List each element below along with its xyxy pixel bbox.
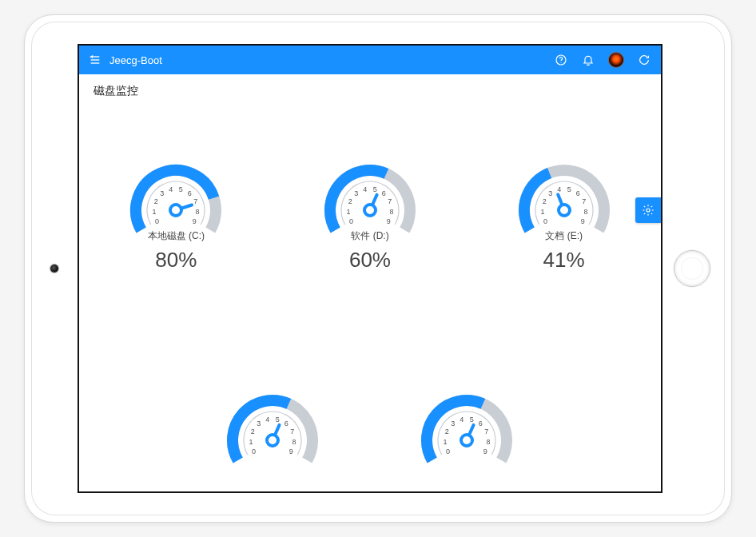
svg-text:8: 8 [196, 208, 200, 216]
svg-text:4: 4 [265, 416, 269, 424]
avatar[interactable] [608, 52, 624, 68]
svg-point-40 [559, 205, 570, 216]
gauge-grid: 0123456789 本地磁盘 (C:) 80% 0123456789 软件 (… [79, 106, 661, 491]
page-title: 磁盘监控 [79, 74, 661, 107]
svg-text:0: 0 [252, 448, 256, 455]
svg-text:8: 8 [292, 438, 296, 446]
svg-text:0: 0 [446, 448, 450, 455]
svg-text:5: 5 [276, 416, 280, 424]
svg-text:4: 4 [557, 185, 561, 193]
svg-text:9: 9 [387, 217, 391, 225]
svg-text:7: 7 [388, 197, 392, 205]
svg-text:3: 3 [257, 420, 261, 428]
tablet-inner: Jeecg-Boot [31, 22, 725, 515]
gauge: 0123456789 [508, 154, 620, 217]
svg-text:6: 6 [188, 189, 192, 197]
help-icon[interactable] [554, 53, 568, 67]
svg-text:2: 2 [542, 197, 546, 205]
svg-point-16 [170, 205, 181, 216]
gauge: 0123456789 [217, 384, 328, 447]
settings-fab[interactable] [635, 197, 661, 223]
svg-text:9: 9 [581, 217, 585, 225]
svg-text:8: 8 [389, 208, 393, 216]
svg-text:1: 1 [443, 438, 447, 446]
refresh-icon[interactable] [637, 53, 651, 67]
app-screen: Jeecg-Boot [78, 44, 662, 493]
svg-text:8: 8 [486, 438, 490, 446]
svg-text:0: 0 [155, 217, 159, 225]
gauge-cell: 0123456789 本地磁盘 (C:) 80% [79, 154, 273, 272]
svg-text:4: 4 [363, 185, 367, 193]
svg-text:0: 0 [349, 217, 353, 225]
svg-text:7: 7 [194, 197, 198, 205]
svg-text:5: 5 [567, 185, 571, 193]
gauge-cell: 0123456789 文档 (E:) 41% [467, 154, 661, 272]
svg-text:1: 1 [153, 208, 157, 216]
svg-text:6: 6 [479, 420, 483, 428]
gear-icon [642, 204, 655, 217]
svg-text:9: 9 [193, 217, 197, 225]
gauge: 0123456789 [120, 154, 232, 217]
svg-text:3: 3 [160, 189, 164, 197]
svg-text:7: 7 [582, 197, 586, 205]
svg-text:2: 2 [348, 197, 352, 205]
gauge: 0123456789 [314, 154, 426, 217]
svg-point-28 [364, 205, 376, 216]
svg-text:3: 3 [354, 189, 358, 197]
svg-text:4: 4 [169, 185, 173, 193]
svg-text:2: 2 [251, 428, 255, 436]
gauge-cell: 0123456789 [370, 384, 564, 464]
svg-point-52 [267, 435, 278, 446]
menu-toggle-icon[interactable] [89, 54, 101, 66]
svg-text:2: 2 [445, 428, 449, 436]
svg-text:1: 1 [249, 438, 253, 446]
svg-text:5: 5 [470, 416, 474, 424]
svg-text:6: 6 [575, 189, 579, 197]
app-header: Jeecg-Boot [79, 46, 661, 74]
tablet-camera [50, 265, 58, 272]
svg-text:8: 8 [583, 208, 587, 216]
svg-text:5: 5 [373, 185, 377, 193]
tablet-home-button[interactable] [674, 250, 710, 287]
content-area: 0123456789 本地磁盘 (C:) 80% 0123456789 软件 (… [79, 106, 661, 491]
tablet-frame: Jeecg-Boot [24, 14, 732, 523]
svg-text:6: 6 [382, 189, 386, 197]
svg-text:7: 7 [290, 428, 294, 436]
gauge: 0123456789 [411, 384, 523, 447]
svg-text:6: 6 [284, 420, 288, 428]
bell-icon[interactable] [581, 53, 595, 67]
svg-text:4: 4 [460, 416, 464, 424]
svg-text:3: 3 [451, 420, 455, 428]
svg-text:1: 1 [347, 208, 351, 216]
svg-point-64 [461, 435, 472, 446]
svg-text:2: 2 [154, 197, 158, 205]
svg-text:1: 1 [540, 208, 544, 216]
svg-text:3: 3 [548, 189, 552, 197]
brand-title: Jeecg-Boot [109, 54, 162, 66]
svg-text:7: 7 [484, 428, 488, 436]
svg-text:5: 5 [179, 185, 183, 193]
svg-text:0: 0 [543, 217, 547, 225]
svg-point-4 [560, 62, 561, 63]
svg-point-65 [647, 209, 650, 212]
svg-text:9: 9 [483, 448, 487, 455]
gauge-cell: 0123456789 [176, 384, 370, 464]
svg-text:9: 9 [289, 448, 293, 455]
gauge-cell: 0123456789 软件 (D:) 60% [273, 154, 468, 272]
